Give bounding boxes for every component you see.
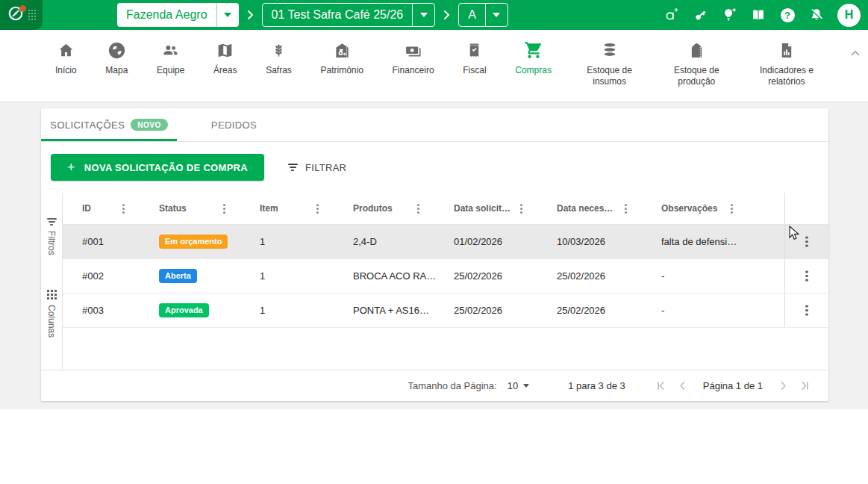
column-menu-icon[interactable]	[731, 208, 733, 210]
key-icon[interactable]	[692, 7, 708, 23]
last-page-icon[interactable]	[799, 380, 811, 391]
cell-id: #002	[63, 259, 146, 293]
column-menu-icon[interactable]	[223, 208, 225, 210]
row-actions-cell[interactable]	[784, 225, 828, 258]
help-icon[interactable]: ?	[779, 7, 796, 23]
cell-observacoes: -	[648, 294, 754, 327]
nav-label: Fiscal	[463, 65, 486, 76]
columns-grid-icon	[47, 290, 57, 300]
book-guide-icon[interactable]	[750, 7, 766, 23]
column-menu-icon[interactable]	[316, 208, 319, 210]
cell-data-necessidade: 25/02/2026	[543, 294, 648, 327]
nav-item-patrimonio[interactable]: Patrimônio	[321, 40, 363, 76]
nav-label: Início	[55, 65, 77, 76]
nav-item-estoque-producao[interactable]: Estoque de produção	[667, 40, 725, 87]
column-header-item[interactable]: Item	[246, 193, 340, 224]
cell-data-necessidade: 25/02/2026	[543, 259, 648, 293]
cell-item: 1	[246, 225, 340, 258]
column-header-data-necessidade[interactable]: Data neces…	[543, 193, 648, 224]
row-actions-cell[interactable]	[784, 294, 828, 327]
column-header-status[interactable]: Status	[146, 193, 246, 224]
assistant-add-icon[interactable]	[663, 7, 679, 23]
page-size-value: 10	[508, 380, 518, 391]
column-menu-icon[interactable]	[122, 208, 125, 210]
column-menu-icon[interactable]	[625, 208, 627, 210]
farm-selector-caret[interactable]	[216, 3, 239, 27]
apps-grip-icon[interactable]	[28, 10, 36, 20]
page-size-label: Tamanho da Página:	[408, 380, 496, 391]
pinned-header-cell	[784, 193, 828, 224]
page-size-select[interactable]: 10	[508, 380, 529, 391]
table-row[interactable]: #003 Aprovada 1 PONTA + AS16… 25/02/2026…	[63, 294, 828, 328]
table-empty-space	[63, 328, 828, 370]
nav-label: Financeiro	[393, 65, 434, 76]
next-page-icon[interactable]	[778, 380, 789, 391]
report-chart-icon	[778, 40, 796, 60]
column-menu-icon[interactable]	[520, 208, 522, 210]
shopping-cart-icon	[524, 40, 543, 60]
cell-produtos: BROCA ACO RA…	[340, 259, 440, 293]
tab-label: PEDIDOS	[211, 120, 257, 131]
pagination-controls: Página 1 de 1	[655, 380, 811, 391]
nav-label: Equipe	[157, 65, 184, 76]
nav-item-safras[interactable]: Safras	[266, 40, 292, 76]
cell-data-necessidade: 10/03/2026	[543, 225, 648, 258]
column-header-data-solicitacao[interactable]: Data solicit…	[440, 193, 543, 224]
column-header-id[interactable]: ID	[63, 193, 146, 224]
app-logo-chip[interactable]	[0, 0, 43, 30]
chevron-down-icon	[493, 13, 500, 17]
people-icon	[160, 40, 181, 60]
cell-data-solicitacao: 01/02/2026	[440, 225, 543, 258]
notifications-off-icon[interactable]	[808, 7, 825, 23]
nav-item-compras[interactable]: Compras	[515, 40, 552, 76]
home-icon	[57, 40, 75, 60]
table-zone: Filtros Colunas ID Status Item Produtos …	[41, 193, 828, 370]
help-glyph: ?	[781, 8, 795, 22]
new-request-button[interactable]: + NOVA SOLICITAÇÃO DE COMPRA	[51, 154, 264, 181]
nav-item-equipe[interactable]: Equipe	[157, 40, 184, 76]
filter-label: FILTRAR	[305, 162, 346, 173]
user-avatar[interactable]: H	[837, 4, 861, 27]
filters-panel-button[interactable]: Filtros	[46, 218, 57, 255]
lightbulb-tip-icon[interactable]	[721, 7, 737, 23]
row-menu-icon[interactable]	[805, 275, 808, 278]
farm-selector[interactable]: Fazenda Aegro	[117, 3, 239, 27]
plot-selector-caret[interactable]	[485, 4, 508, 26]
tab-solicitacoes[interactable]: SOLICITAÇÕES NOVO	[41, 108, 177, 141]
row-menu-icon[interactable]	[805, 241, 808, 243]
map-icon	[216, 40, 234, 60]
table-row[interactable]: #002 Aberta 1 BROCA ACO RA… 25/02/2026 2…	[63, 259, 828, 294]
column-menu-icon[interactable]	[417, 208, 419, 210]
column-header-observacoes[interactable]: Observações	[648, 193, 754, 224]
toolbar: + NOVA SOLICITAÇÃO DE COMPRA FILTRAR	[41, 142, 828, 193]
cell-id: #003	[63, 294, 146, 327]
filter-button[interactable]: FILTRAR	[288, 162, 346, 173]
nav-label: Estoque de insumos	[581, 65, 639, 87]
harvest-selector[interactable]: 01 Test Safra Café 25/26	[262, 3, 436, 27]
cell-status: Aberta	[146, 259, 246, 293]
nav-item-estoque-insumos[interactable]: Estoque de insumos	[581, 40, 639, 87]
nav-label: Indicadores e relatórios	[755, 65, 819, 87]
breadcrumb-chevron-icon	[443, 10, 450, 20]
page-indicator: Página 1 de 1	[703, 380, 763, 391]
column-header-produtos[interactable]: Produtos	[340, 193, 440, 224]
chevron-down-icon	[224, 13, 231, 17]
nav-item-inicio[interactable]: Início	[55, 40, 77, 76]
tab-pedidos[interactable]: PEDIDOS	[177, 108, 291, 141]
nav-item-financeiro[interactable]: Financeiro	[393, 40, 434, 76]
columns-panel-button[interactable]: Colunas	[46, 290, 57, 338]
tab-label: SOLICITAÇÕES	[50, 120, 125, 131]
nav-item-indicadores[interactable]: Indicadores e relatórios	[755, 40, 819, 87]
table-row[interactable]: #001 Em orçamento 1 2,4-D 01/02/2026 10/…	[63, 225, 828, 259]
nav-label: Áreas	[213, 65, 237, 76]
previous-page-icon[interactable]	[677, 380, 688, 391]
row-menu-icon[interactable]	[805, 309, 808, 312]
harvest-selector-caret[interactable]	[412, 4, 434, 26]
plot-selector[interactable]: A	[458, 3, 508, 27]
nav-item-mapa[interactable]: Mapa	[105, 40, 128, 76]
collapse-nav-icon[interactable]	[850, 46, 861, 60]
nav-item-areas[interactable]: Áreas	[213, 40, 237, 76]
nav-item-fiscal[interactable]: Fiscal	[463, 40, 486, 76]
first-page-icon[interactable]	[655, 380, 666, 391]
row-actions-cell[interactable]	[784, 259, 828, 293]
